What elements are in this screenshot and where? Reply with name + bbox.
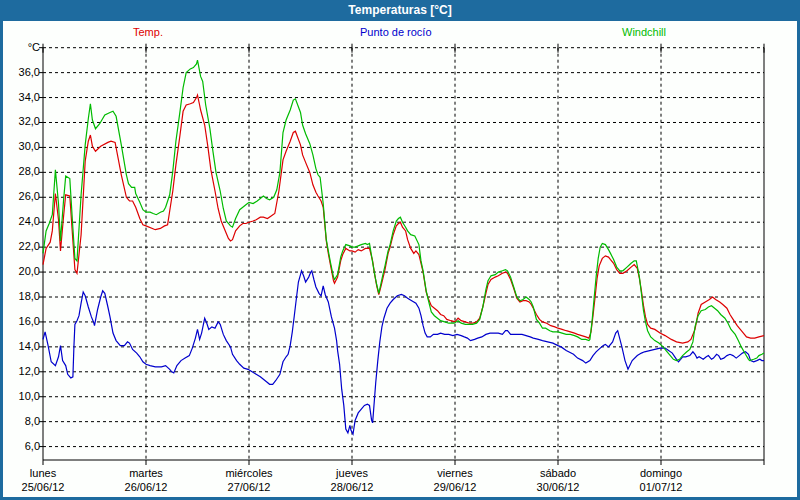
series-line-dew	[43, 271, 764, 434]
day-name-label: jueves	[317, 467, 387, 479]
y-tick-label: 8,0	[6, 415, 40, 427]
y-tick-label: 20,0	[6, 265, 40, 277]
day-date-label: 01/07/12	[626, 481, 696, 493]
day-date-label: 26/06/12	[111, 481, 181, 493]
day-date-label: 30/06/12	[523, 481, 593, 493]
weather-chart-window: Temperaturas [°C] Temp. Punto de rocío W…	[0, 0, 800, 500]
day-name-label: lunes	[8, 467, 78, 479]
y-tick-label: 28,0	[6, 165, 40, 177]
y-tick-label: 26,0	[6, 190, 40, 202]
y-tick-label: 24,0	[6, 215, 40, 227]
day-name-label: sábado	[523, 467, 593, 479]
y-tick-label: 12,0	[6, 365, 40, 377]
y-tick-label: 14,0	[6, 340, 40, 352]
day-name-label: miércoles	[214, 467, 284, 479]
y-tick-label: 32,0	[6, 115, 40, 127]
y-tick-label: 6,0	[6, 440, 40, 452]
day-name-label: viernes	[420, 467, 490, 479]
y-tick-label: 18,0	[6, 290, 40, 302]
y-tick-label: 16,0	[6, 315, 40, 327]
day-date-label: 29/06/12	[420, 481, 490, 493]
y-tick-label: 36,0	[6, 66, 40, 78]
y-tick-label: 10,0	[6, 390, 40, 402]
day-date-label: 27/06/12	[214, 481, 284, 493]
day-date-label: 25/06/12	[8, 481, 78, 493]
day-name-label: domingo	[626, 467, 696, 479]
y-tick-label: 34,0	[6, 91, 40, 103]
y-tick-label: 30,0	[6, 140, 40, 152]
temperature-line-chart	[3, 0, 800, 500]
y-tick-label: 22,0	[6, 240, 40, 252]
series-line-temp	[43, 95, 764, 343]
day-date-label: 28/06/12	[317, 481, 387, 493]
series-line-windchill	[43, 60, 764, 360]
day-name-label: martes	[111, 467, 181, 479]
